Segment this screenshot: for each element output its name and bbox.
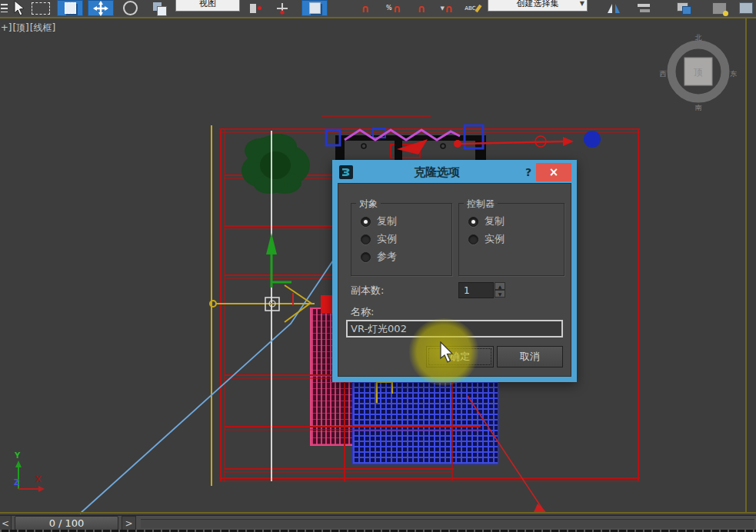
previous-frame-button[interactable]: < [0,516,12,530]
viewcube[interactable]: 顶 北 南 西 东 [660,34,738,111]
snap-flyout-icon[interactable]: ▼∩ [435,0,458,16]
close-button[interactable]: × [536,163,571,181]
mirror-button[interactable] [601,0,626,16]
manipulate-icon [276,2,288,15]
viewcube-north-label[interactable]: 北 [695,34,702,42]
object-groupbox: 对象 复制 实例 参考 [351,203,452,276]
selection-filter-icon[interactable] [0,0,8,16]
viewport-general-menu[interactable]: [+] [0,22,12,33]
spinner-down-icon[interactable]: ▼ [495,290,505,298]
viewport-bottom-border [0,512,756,514]
dialog-title: 克隆选项 [353,165,521,180]
radio-label: 复制 [377,214,397,228]
main-toolbar: 视图 ∩ % ∩ ∩ ▼∩ ABC [0,0,756,17]
radio-object-instance[interactable]: 实例 [361,231,397,247]
reference-coordinate-dropdown[interactable]: 视图 [175,0,240,12]
world-axis-tripod: Y X Z [14,451,45,492]
mouse-cursor-icon [438,341,455,364]
use-pivot-center-button[interactable] [245,0,266,16]
radio-icon [361,252,371,262]
copies-value: 1 [464,285,470,296]
dropdown-arrow-icon: ▼ [580,0,584,7]
copies-spinner-buttons: ▲ ▼ [495,282,505,298]
edit-named-selection-sets-button[interactable]: ABC [461,0,483,16]
select-object-button[interactable] [57,0,83,16]
cancel-button[interactable]: 取消 [497,346,563,367]
axis-y-label: Y [14,451,21,460]
viewcube-south-label[interactable]: 南 [695,104,702,111]
viewport-pov-menu[interactable]: [顶] [12,22,28,33]
name-label: 名称: [351,305,374,319]
magnet-icon: ∩ [445,5,453,12]
radio-icon [361,217,371,227]
time-slider[interactable]: 0 / 100 [15,516,118,530]
viewcube-west-label[interactable]: 西 [660,70,667,78]
rectangular-selection-icon[interactable] [29,0,52,16]
radio-controller-copy[interactable]: 复制 [468,214,505,229]
timeline-bar: < 0 / 100 > [0,515,756,530]
axis-x-label: X [35,475,42,484]
spinner-snap-toggle-icon[interactable]: ∩ [410,0,433,16]
viewcube-east-label[interactable]: 东 [730,70,738,78]
radio-label: 实例 [485,232,505,246]
viewport-top-border [0,17,756,18]
radio-label: 参考 [377,250,397,264]
dialog-titlebar[interactable]: 克隆选项 ? × [338,161,571,183]
viewport-shading-menu[interactable]: [线框] [30,22,55,33]
cancel-button-label: 取消 [520,350,540,364]
object-group-label: 对象 [356,198,381,211]
select-and-move-button[interactable] [88,0,114,16]
close-icon: × [549,165,559,179]
layer-manager-button[interactable] [671,0,697,16]
align-button[interactable] [632,0,657,16]
magnet-icon: ∩ [393,5,401,12]
help-button[interactable]: ? [521,166,536,178]
select-and-rotate-button[interactable] [117,0,143,16]
radio-label: 复制 [485,214,505,228]
angle-snap-toggle-icon[interactable]: ∩ [354,0,377,16]
radio-icon [468,217,478,227]
timeline-track[interactable] [141,519,754,528]
reference-coordinate-value: 视图 [199,0,216,9]
axis-z-label: Z [14,478,19,487]
named-selection-set-dropdown[interactable]: 创建选择集 ▼ [488,0,588,12]
radio-object-reference[interactable]: 参考 [361,249,397,264]
snaps-toggle-button[interactable] [301,0,328,16]
move-arrows-icon [93,1,108,16]
arrow-cursor-icon [11,1,25,16]
copies-label: 副本数: [351,284,384,298]
copies-spinner-field[interactable]: 1 [458,282,494,298]
select-object-arrow-icon[interactable] [9,0,26,16]
curve-editor-button[interactable] [708,0,731,16]
move-gizmo[interactable] [265,233,291,311]
named-selection-set-value: 创建选择集 [517,0,559,9]
right-gutter [747,18,756,512]
radio-icon [468,234,478,244]
radio-controller-instance[interactable]: 实例 [468,231,505,247]
mirror-icon [607,2,621,15]
viewport-label: [+][顶][线框] [0,22,56,35]
percent-icon: % [386,5,392,12]
render-setup-button[interactable] [735,0,756,16]
radio-label: 实例 [377,232,397,246]
controller-group-label: 控制器 [464,198,498,211]
magnet-icon: ∩ [417,5,425,12]
select-and-manipulate-button[interactable] [271,0,294,16]
percent-snap-toggle-icon[interactable]: % ∩ [381,0,406,16]
spinner-up-icon[interactable]: ▲ [495,282,505,290]
radio-object-copy[interactable]: 复制 [361,214,397,229]
select-and-scale-button[interactable] [148,0,171,16]
radio-icon [361,234,371,244]
3dsmax-logo-icon [339,165,353,179]
next-frame-button[interactable]: > [122,516,136,530]
yellow-helper-rect [377,382,392,403]
blue-sphere-object[interactable] [584,131,601,148]
tree-top-view[interactable] [241,134,310,194]
magnet-icon: ∩ [361,5,369,12]
red-target-line [468,396,548,514]
camera-ray-line [80,251,339,514]
controller-groupbox: 控制器 复制 实例 [458,203,565,276]
viewcube-face-label: 顶 [693,67,703,78]
3dsmax-window: 视图 ∩ % ∩ ∩ ▼∩ ABC [0,0,756,532]
